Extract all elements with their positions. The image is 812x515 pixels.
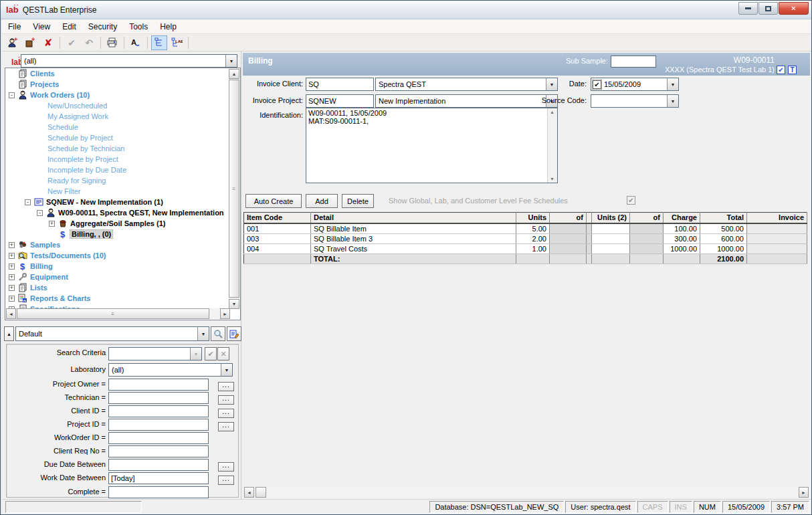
tree-item-filter[interactable]: Schedule by Project [47, 132, 229, 143]
scroll-up-icon[interactable]: ▲ [229, 69, 239, 79]
col-charge[interactable]: Charge [664, 213, 700, 223]
collapse-icon[interactable]: - [25, 199, 31, 205]
add-button[interactable]: Add [306, 194, 338, 208]
expand-icon[interactable]: + [9, 253, 15, 259]
technician-input[interactable] [108, 392, 209, 404]
tree-vertical-scrollbar[interactable]: ▲ ≡ ▼ [229, 69, 239, 309]
menu-help[interactable]: Help [154, 20, 183, 33]
scroll-right-icon[interactable]: ► [799, 487, 809, 498]
chevron-down-icon[interactable]: ▼ [197, 327, 209, 340]
project-id-input[interactable] [108, 419, 209, 431]
expand-icon[interactable]: + [9, 274, 15, 280]
identification-field[interactable]: W09-00011, 15/05/2009 MAT:S09-00011-1, ▲… [306, 108, 558, 183]
chevron-down-icon[interactable]: ▼ [225, 55, 237, 67]
delete-row-button[interactable]: Delete [342, 194, 374, 208]
menu-edit[interactable]: Edit [56, 20, 82, 33]
menu-file[interactable]: File [2, 20, 27, 33]
scrollbar-thumb[interactable] [256, 487, 266, 498]
col-total[interactable]: Total [700, 213, 747, 223]
tree-item-billing[interactable]: +$Billing [9, 261, 229, 272]
chevron-down-icon[interactable]: ▼ [221, 364, 232, 376]
identification-textarea[interactable]: W09-00011, 15/05/2009 MAT:S09-00011-1, [306, 108, 547, 183]
tree-item-sqnew-project[interactable]: -SQNEW - New Implementation (1) [25, 197, 229, 207]
maximize-button[interactable] [758, 2, 778, 15]
chevron-down-icon[interactable]: ▼ [667, 78, 678, 90]
tree-item-filter[interactable]: Schedule [47, 122, 229, 132]
tree-item-work-order-w09[interactable]: -W09-00011, Spectra QEST, New Implementa… [37, 207, 229, 218]
run-search-button[interactable] [211, 326, 225, 341]
menu-security[interactable]: Security [82, 20, 123, 33]
tree-item-filter[interactable]: Incomplete by Project [47, 154, 229, 165]
tree-item-filter[interactable]: Schedule by Technician [47, 143, 229, 154]
edit-filter-button[interactable] [227, 326, 241, 341]
scroll-left-icon[interactable]: ◄ [244, 487, 254, 498]
invoice-project-code-input[interactable] [306, 94, 374, 108]
scope-filter-select[interactable]: (all)▼ [21, 54, 237, 68]
collapse-icon[interactable]: - [9, 92, 15, 98]
col-of[interactable]: of [550, 213, 587, 223]
textarea-scrollbar[interactable]: ▲▼ [547, 108, 557, 183]
date-checkbox[interactable]: ✔ [593, 80, 601, 89]
scrollbar-thumb[interactable]: ≡ [229, 80, 239, 298]
tree-item-filter[interactable]: Ready for Signing [47, 175, 229, 186]
billing-horizontal-scrollbar[interactable]: ◄ ► [244, 487, 809, 498]
tree-item-samples[interactable]: +Samples [9, 239, 229, 250]
tree-item-work-orders[interactable]: -Work Orders (10) [9, 90, 229, 100]
tree-item-reports-charts[interactable]: +Reports & Charts [9, 293, 229, 304]
chevron-down-icon[interactable]: ▼ [667, 95, 678, 107]
laboratory-select[interactable]: (all)▼ [108, 363, 233, 377]
expand-icon[interactable]: + [9, 285, 15, 291]
expand-icon[interactable]: + [9, 264, 15, 270]
apply-criteria-button[interactable]: ✔ [205, 347, 217, 360]
delete-button[interactable]: ✘ [40, 35, 56, 50]
collapse-icon[interactable]: - [37, 210, 43, 216]
scroll-right-icon[interactable]: ► [220, 308, 230, 319]
tree-item-billing-selected[interactable]: $Billing, , (0) [49, 229, 229, 239]
expand-icon[interactable]: + [9, 296, 15, 302]
work-date-between-input[interactable] [108, 472, 209, 484]
date-select[interactable]: ✔ 15/05/2009▼ [591, 78, 679, 91]
scrollbar-thumb[interactable]: ≡ [17, 308, 209, 319]
lab-tree-view-button[interactable]: LAB [169, 35, 185, 50]
project-owner-input[interactable] [108, 379, 209, 391]
table-row[interactable]: 003SQ Billable Item 32.00300.00600.00 [244, 233, 807, 243]
project-id-browse-button[interactable]: ... [218, 422, 234, 431]
expand-icon[interactable]: + [9, 242, 15, 248]
tree-item-tests-documents[interactable]: +Tests/Documents (10) [9, 250, 229, 261]
undo-button[interactable]: ↶ [81, 35, 97, 50]
tree-item-aggregate-samples[interactable]: +Aggregate/Soil Samples (1) [49, 218, 229, 229]
close-button[interactable]: ✕ [779, 2, 809, 15]
project-owner-browse-button[interactable]: ... [218, 382, 234, 391]
tree-item-lists[interactable]: +Lists [9, 282, 229, 293]
confirm-button[interactable]: ✔ [64, 35, 80, 50]
collapse-panel-button[interactable]: ▲ [4, 326, 14, 341]
expand-icon[interactable]: + [49, 221, 55, 227]
col-units-2[interactable]: Units (2) [592, 213, 630, 223]
client-id-input[interactable] [108, 405, 209, 417]
menu-view[interactable]: View [27, 20, 56, 33]
tree-item-projects[interactable]: Projects [9, 79, 229, 90]
col-units[interactable]: Units [516, 213, 550, 223]
col-invoice[interactable]: Invoice [747, 213, 807, 223]
col-detail[interactable]: Detail [311, 213, 516, 223]
fee-schedules-checkbox[interactable]: ✔ [627, 196, 635, 205]
tree-item-filter[interactable]: New/Unscheduled [47, 100, 229, 111]
col-item-code[interactable]: Item Code [244, 213, 311, 223]
minimize-button[interactable] [738, 2, 758, 15]
new-work-order-button[interactable]: + [23, 35, 39, 50]
spell-check-button[interactable]: A [128, 35, 144, 50]
scroll-left-icon[interactable]: ◄ [6, 308, 16, 319]
invoice-client-code-input[interactable] [306, 78, 374, 91]
print-button[interactable] [104, 35, 120, 50]
tree-item-equipment[interactable]: +Equipment [9, 272, 229, 282]
table-row[interactable]: 004SQ Travel Costs1.001000.001000.00 [244, 243, 807, 253]
workorder-id-input[interactable] [108, 432, 209, 444]
client-req-no-input[interactable] [108, 445, 209, 457]
new-client-button[interactable]: + [5, 35, 21, 50]
tree-view-button[interactable] [151, 35, 167, 50]
tree-item-clients[interactable]: Clients [9, 68, 229, 79]
lab-checkbox[interactable]: ✔ [777, 66, 785, 74]
search-criteria-select[interactable]: ▼ [108, 347, 202, 360]
work-date-browse-button[interactable]: ... [218, 476, 234, 485]
scroll-down-icon[interactable]: ▼ [229, 299, 239, 309]
